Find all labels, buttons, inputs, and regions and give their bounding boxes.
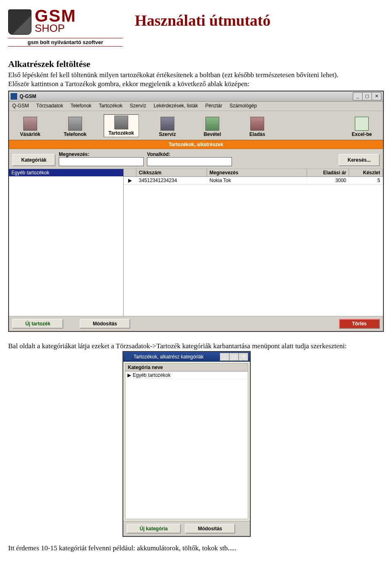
panel-title: Tartozékok, alkatrészek: [9, 140, 383, 149]
menu-lekerdezesek[interactable]: Lekérdezések, listák: [154, 103, 198, 109]
app-window-main: Q-GSM _ ▢ ✕ Q-GSM Törzsadatok Telefonok …: [8, 91, 384, 332]
tool-szerviz[interactable]: Szervíz: [151, 117, 184, 137]
col-cikkszam[interactable]: Cikkszám: [136, 169, 207, 176]
megnevezes-label: Megnevezés:: [59, 151, 144, 157]
footer-text: Itt érdemes 10-15 kategóriát felvenni pé…: [8, 544, 384, 552]
income-icon: [205, 117, 219, 131]
category-window-titlebar[interactable]: Tartozékok, alkatrész kategóriák _ ▢ ✕: [123, 352, 250, 362]
tool-label-vasarlok: Vásárlók: [14, 131, 47, 137]
vonalkod-input[interactable]: [147, 157, 232, 166]
window-titlebar[interactable]: Q-GSM _ ▢ ✕: [9, 91, 383, 102]
logo-phone-icon: [8, 9, 31, 35]
logo-main: GSM: [35, 8, 76, 24]
category-col-header[interactable]: Kategória neve: [125, 364, 248, 371]
tool-label-bevetel: Bevétel: [196, 131, 229, 137]
torles-button[interactable]: Törlés: [339, 319, 380, 329]
row-marker-icon: ▶: [125, 372, 133, 378]
sale-icon: [250, 117, 264, 131]
grid-header: Cikkszám Megnevezés Eladási ár Készlet: [124, 169, 383, 177]
modositas-button[interactable]: Módosítás: [185, 524, 235, 534]
category-bottom-toolbar: Új kategória Módosítás: [123, 521, 250, 536]
menu-szerviz[interactable]: Szervíz: [130, 103, 146, 109]
intro-line1: Első lépésként fel kell töltenünk milyen…: [8, 71, 384, 79]
row-marker-icon: ▶: [124, 177, 136, 184]
close-button[interactable]: ✕: [238, 353, 248, 361]
phone-icon: [68, 117, 82, 131]
grid-area: Egyéb tartozékok Cikkszám Megnevezés Ela…: [9, 169, 383, 316]
category-item-selected[interactable]: Egyéb tartozékok: [9, 169, 123, 176]
intro-line2: Először kattintson a Tartozékok gombra, …: [8, 80, 384, 88]
minimize-button[interactable]: _: [353, 92, 363, 100]
category-window-title: Tartozékok, alkatrész kategóriák: [134, 354, 203, 360]
category-name-cell: Egyéb tartozékok: [133, 372, 171, 378]
menubar: Q-GSM Törzsadatok Telefonok Tartozékok S…: [9, 102, 383, 111]
col-eladasiar[interactable]: Eladási ár: [307, 169, 349, 176]
maximize-button[interactable]: ▢: [229, 353, 239, 361]
uj-tartozek-button[interactable]: Új tartozék: [12, 319, 63, 329]
service-icon: [160, 117, 174, 131]
cell-megnevezes: Nokia Tok: [207, 177, 307, 184]
mid-text: Bal oldalt a kategóriákat látja ezeket a…: [8, 342, 384, 350]
kereses-button[interactable]: Keresés...: [339, 154, 380, 166]
tool-label-tartozekok: Tartozékok: [105, 130, 138, 136]
bottom-toolbar: Új tartozék Módosítás Törlés: [9, 316, 383, 331]
close-button[interactable]: ✕: [372, 92, 381, 100]
uj-kategoria-button[interactable]: Új kategória: [127, 524, 181, 534]
accessories-icon: [114, 116, 128, 129]
toolbar: Vásárlók Telefonok Tartozékok Szervíz Be…: [9, 111, 383, 140]
tool-excel[interactable]: Excel-be: [345, 117, 378, 137]
menu-tartozekok[interactable]: Tartozékok: [99, 103, 122, 109]
tool-label-szerviz: Szervíz: [151, 131, 184, 137]
maximize-button[interactable]: ▢: [362, 92, 372, 100]
category-grid: Kategória neve ▶ Egyéb tartozékok: [125, 363, 248, 519]
table-row[interactable]: ▶ 34512341234234 Nokia Tok 3000 5: [124, 177, 383, 185]
tool-bevetel[interactable]: Bevétel: [196, 117, 229, 137]
menu-telefonok[interactable]: Telefonok: [71, 103, 91, 109]
minimize-button[interactable]: _: [220, 353, 229, 361]
table-row[interactable]: ▶ Egyéb tartozékok: [125, 371, 248, 379]
menu-penztar[interactable]: Pénztár: [205, 103, 222, 109]
tool-label-telefonok: Telefonok: [59, 131, 91, 137]
megnevezes-input[interactable]: [59, 157, 144, 166]
document-header: GSM SHOP gsm bolt nyilvántartó szoftver …: [8, 8, 384, 47]
vonalkod-label: Vonalkód:: [147, 151, 232, 157]
menu-qgsm[interactable]: Q-GSM: [12, 103, 29, 109]
tool-tartozekok[interactable]: Tartozékok: [104, 114, 139, 137]
page-title: Használati útmutató: [135, 11, 271, 29]
window-icon: [11, 93, 17, 100]
section-heading: Alkatrészek feltöltése: [8, 59, 384, 69]
tool-label-eladas: Eladás: [241, 131, 274, 137]
category-list: Egyéb tartozékok: [9, 169, 124, 316]
excel-icon: [355, 117, 369, 131]
cell-cikkszam: 34512341234234: [136, 177, 207, 184]
menu-szamologep[interactable]: Számológép: [229, 103, 257, 109]
logo-subtitle: gsm bolt nyilvántartó szoftver: [8, 38, 122, 47]
modositas-button[interactable]: Módosítás: [80, 319, 130, 329]
tool-label-excel: Excel-be: [345, 131, 378, 137]
kategoriak-button[interactable]: Kategóriák: [12, 154, 56, 166]
logo: GSM SHOP gsm bolt nyilvántartó szoftver: [8, 8, 122, 47]
col-keszlet[interactable]: Készlet: [349, 169, 383, 176]
menu-torzsadatok[interactable]: Törzsadatok: [36, 103, 63, 109]
tool-telefonok[interactable]: Telefonok: [59, 117, 91, 137]
tool-eladas[interactable]: Eladás: [241, 117, 274, 137]
tool-vasarlok[interactable]: Vásárlók: [14, 117, 47, 137]
search-row: Kategóriák Megnevezés: Vonalkód: Keresés…: [9, 149, 383, 169]
category-window: Tartozékok, alkatrész kategóriák _ ▢ ✕ K…: [122, 351, 251, 537]
cell-keszlet: 5: [349, 177, 383, 184]
window-icon: [125, 354, 131, 360]
col-megnevezes[interactable]: Megnevezés: [207, 169, 307, 176]
customers-icon: [23, 117, 37, 131]
window-title: Q-GSM: [20, 93, 36, 99]
data-grid: Cikkszám Megnevezés Eladási ár Készlet ▶…: [124, 169, 383, 316]
cell-eladasiar: 3000: [307, 177, 349, 184]
logo-sub: SHOP: [35, 22, 76, 35]
